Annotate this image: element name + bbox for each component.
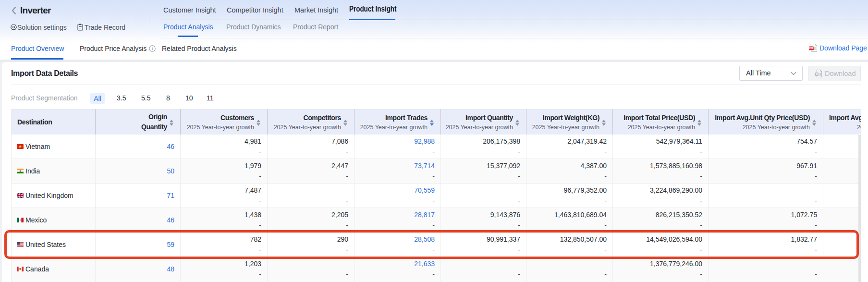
svg-text:PDF: PDF: [809, 47, 813, 49]
